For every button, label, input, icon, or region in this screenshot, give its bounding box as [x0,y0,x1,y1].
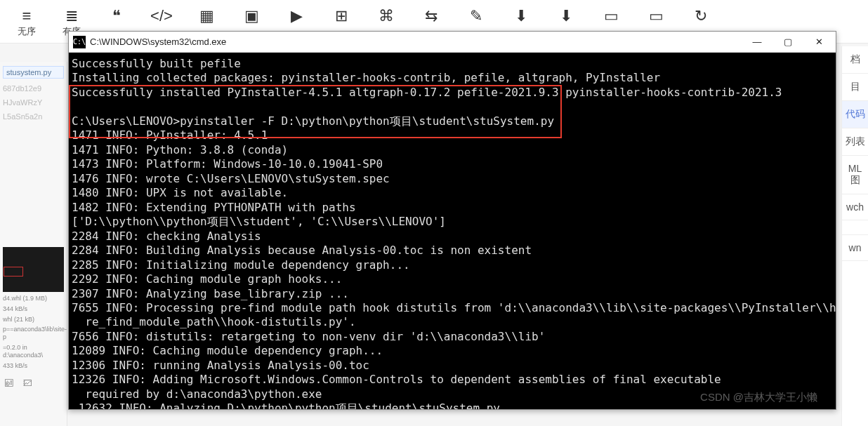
right-sidebar: 档目代码列表ML图wchwn [841,46,868,426]
right-item-5[interactable]: wch [842,194,868,220]
download-info: =0.2.0 in d:\anaconda3\ [3,344,64,359]
toolbar-icon: ✎ [470,7,482,25]
cmd-window: C:\ C:\WINDOWS\system32\cmd.exe — ▢ ✕ Su… [68,31,836,410]
toolbar-icon: ▦ [199,7,214,25]
file-chip[interactable]: stusystem.py [3,66,64,79]
toolbar-icon: ⊞ [335,7,348,25]
toolbar-item-11[interactable]: ⬇ [501,4,541,28]
ghost-text: HJvaWRzY [3,98,64,107]
terminal-output[interactable]: Successfully built pefile Installing col… [69,53,836,409]
download-info: 344 kB/s [3,305,64,313]
right-item-0[interactable]: 档 [842,46,868,74]
toolbar-icon: ↻ [695,7,707,25]
video-icon[interactable]: 🗠 [23,378,32,388]
ghost-text: 687db12e9 [3,84,64,93]
right-item-7[interactable]: wn [842,235,868,261]
cmd-icon: C:\ [73,36,86,48]
toolbar-icon: ▭ [649,7,664,25]
toolbar-item-6[interactable]: ▶ [277,4,316,28]
toolbar-item-15[interactable]: ↻ [681,4,721,28]
window-title: C:\WINDOWS\system32\cmd.exe [90,36,742,47]
toolbar-icon: ▭ [604,7,619,25]
toolbar-item-8[interactable]: ⌘ [367,4,406,28]
download-info: 433 kB/s [3,362,64,370]
toolbar-item-0[interactable]: ≡无序 [7,4,46,41]
toolbar-item-10[interactable]: ✎ [456,4,496,28]
toolbar-icon: ⬇ [515,7,527,25]
toolbar-label: 无序 [18,25,36,38]
toolbar-item-7[interactable]: ⊞ [322,4,361,28]
download-info: d4.whl (1.9 MB) [3,295,64,302]
download-info: p==anaconda3\lib\site-p [3,326,64,341]
toolbar-icon: ⌘ [379,7,394,25]
toolbar-item-2[interactable]: ❝ [97,4,136,28]
mini-icon-row: 🗟 🗠 [4,378,32,388]
toolbar-item-12[interactable]: ⬇ [546,4,586,28]
toolbar-icon: ⇆ [425,7,438,25]
minimize-button[interactable]: — [742,32,772,53]
toolbar-icon: ⬇ [560,7,572,25]
toolbar-icon: ≡ [22,7,32,25]
right-item-1[interactable]: 目 [842,74,868,101]
titlebar[interactable]: C:\ C:\WINDOWS\system32\cmd.exe — ▢ ✕ [69,32,836,53]
toolbar-item-3[interactable]: </> [142,4,181,28]
toolbar-icon: ▣ [244,7,259,25]
mini-preview [3,247,64,292]
doc-icon[interactable]: 🗟 [4,378,13,388]
right-item-4[interactable]: ML图 [842,156,868,194]
toolbar-icon: </> [150,7,173,25]
toolbar-item-14[interactable]: ▭ [636,4,676,28]
toolbar-icon: ≣ [65,7,78,25]
right-item-6[interactable] [842,220,868,235]
window-buttons: — ▢ ✕ [742,32,834,53]
toolbar-item-9[interactable]: ⇆ [412,4,451,28]
toolbar-item-13[interactable]: ▭ [591,4,631,28]
right-item-2[interactable]: 代码 [842,101,868,128]
highlight-box [69,85,562,138]
left-sidebar: stusystem.py 687db12e9 HJvaWRzY L5aSn5a2… [0,62,67,426]
watermark: CSDN @吉林大学王小懒 [700,390,817,404]
toolbar-icon: ▶ [291,7,303,25]
download-info: whl (21 kB) [3,316,64,324]
toolbar-item-4[interactable]: ▦ [187,4,226,28]
close-button[interactable]: ✕ [803,32,834,53]
toolbar-item-5[interactable]: ▣ [232,4,271,28]
ghost-text: L5aSn5a2n [3,112,64,121]
toolbar-icon: ❝ [112,7,121,25]
maximize-button[interactable]: ▢ [772,32,803,53]
right-item-3[interactable]: 列表 [842,128,868,156]
